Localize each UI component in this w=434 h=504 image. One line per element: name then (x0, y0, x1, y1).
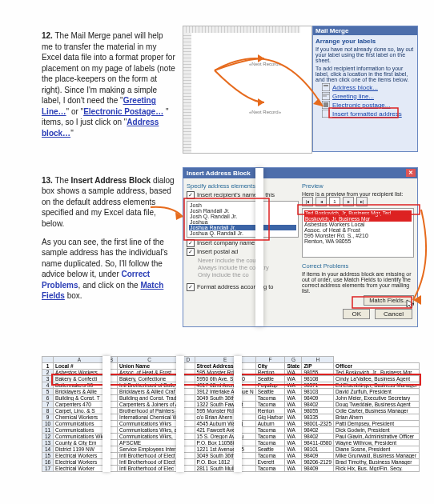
opt-never: Never include the count (198, 257, 299, 264)
table-row: 9Chemical WorkersInternational Chemical … (42, 414, 420, 421)
chk-format-address[interactable]: ✓Format address according to (187, 283, 299, 291)
cell: Tacoma (255, 402, 285, 408)
row-number: 7 (42, 402, 54, 408)
cell (181, 453, 195, 459)
cell: John Meier, Executive Secretary (334, 395, 420, 402)
link-electronic-postage: Electronic Postage… (83, 107, 163, 116)
cell: Tacoma (255, 427, 285, 434)
nav-first-button[interactable]: |◂ (302, 197, 313, 206)
cell: WA (285, 459, 302, 466)
row-number: 17 (42, 466, 54, 472)
table-row: 17Electrical WorkerIntl Brotherhood of E… (42, 466, 420, 472)
cell: 595 Monster Rd. S (195, 408, 255, 414)
cell (181, 395, 195, 402)
nav-next-button[interactable]: ▸ (343, 197, 354, 206)
cell: 15 S. Oregon Avenu (195, 434, 255, 440)
row-number: 13 (42, 440, 54, 446)
cell (181, 363, 195, 370)
cell: 98206-2129 (302, 459, 334, 466)
excel-sheet: ABCDEFGH 1Local #Union NameStreet Addres… (42, 356, 420, 472)
cell: Assoc. of Heat & Frost (118, 370, 182, 376)
cell: 595 Monster Rd. S. (195, 370, 255, 376)
cancel-button[interactable]: Cancel (375, 309, 412, 319)
cell: Cindy La'Vallee, Business Agent (334, 376, 420, 382)
link-panel-greeting-line[interactable]: Greeting line... (322, 92, 415, 100)
cell (181, 402, 195, 408)
cell: State (285, 363, 302, 370)
cell (105, 408, 117, 414)
cell: Ed Eisenbürger, Business Manager (334, 382, 420, 389)
svg-rect-1 (323, 85, 328, 86)
sec12-paragraph: 12. The Mail Merge panel will help me to… (42, 30, 176, 138)
link-panel-address-block[interactable]: Address block... (322, 83, 415, 91)
cell (181, 446, 195, 453)
name-format-listbox[interactable]: Josh Josh Randall Jr. Josh Q. Randall Jr… (187, 201, 299, 238)
cell (105, 363, 117, 370)
cell: Everett (255, 459, 285, 466)
row-number: 4 (42, 382, 54, 389)
cell: Bakery, Confectione (118, 376, 182, 382)
cell: Diane Sosne, President (334, 446, 420, 453)
link-panel-insert-formatted[interactable]: Insert formatted address (322, 110, 415, 118)
cell (105, 382, 117, 389)
nav-prev-button[interactable]: ◂ (315, 197, 327, 206)
opt-only: Only include the co (198, 271, 299, 278)
chk-company-name[interactable]: ✓Insert company name (187, 239, 299, 247)
row-number: 10 (42, 421, 54, 427)
chk-recipient-name[interactable]: ✓Insert recipient's name in this (187, 191, 299, 199)
table-row: 11CommunicationsCommunications Wkrs, a42… (42, 427, 420, 434)
close-icon[interactable]: ✕ (406, 169, 416, 177)
chk-postal-address[interactable]: ✓Insert postal ad (187, 248, 299, 256)
cell: 98409 (302, 453, 334, 459)
row-number: 9 (42, 414, 54, 421)
cell (181, 440, 195, 446)
cell: WA (285, 427, 302, 434)
cell: WA (285, 395, 302, 402)
table-row: 3Bakery & ConfectiBakery, Confectione595… (42, 376, 420, 382)
cell: AFSCME (118, 440, 182, 446)
cell: WA (285, 446, 302, 453)
cell (105, 402, 117, 408)
cell: Renton (255, 408, 285, 414)
cell: Communications Wkrs, (118, 434, 182, 440)
specify-header: Specify address elements (187, 182, 299, 190)
cell: P.O. Box 1812 (195, 459, 255, 466)
col-header: C (118, 357, 182, 363)
cell: 98055 (302, 370, 334, 376)
nav-last-button[interactable]: ▸| (356, 197, 368, 206)
cell: 98055 (302, 408, 334, 414)
cell: WA (285, 440, 302, 446)
cell: Building & Const. T (54, 395, 106, 402)
placeholder-2: «Next Record» (249, 110, 281, 114)
cell: 1322 South Fawcett (195, 402, 255, 408)
cell: 98108 (302, 376, 334, 382)
link-panel-electronic-postage[interactable]: Electronic postage... (322, 101, 415, 109)
cell: Building and Const. Trad (118, 395, 182, 402)
cell (181, 370, 195, 376)
col-header (42, 357, 54, 363)
cell: Doug Tweddale, Business Agent (334, 402, 420, 408)
col-header: E (195, 357, 255, 363)
cell: Bricklayers & Allied Craf (118, 389, 182, 395)
ok-button[interactable]: OK (343, 309, 370, 319)
word-document-area: «Next Record» «Next Record» (183, 26, 312, 154)
row-number: 6 (42, 395, 54, 402)
correct-problems-header: Correct Problems (302, 262, 414, 270)
col-header: G (285, 357, 302, 363)
cell: Odie Carter, Business Manager (334, 408, 420, 414)
svg-rect-4 (323, 102, 328, 107)
sec13-number: 13. (42, 176, 53, 185)
cell: 1221 1st Avenue, #5 (195, 446, 255, 453)
cell: Brian Ahern (334, 414, 420, 421)
preview-nav: |◂ ◂ 1 ▸ ▸| (302, 197, 414, 206)
col-header: D (181, 357, 195, 363)
section-12: 12. The Mail Merge panel will help me to… (42, 22, 420, 146)
preview-label: Here is a preview from your recipient li… (302, 191, 414, 197)
cell (181, 421, 195, 427)
spreadsheet-table: ABCDEFGH 1Local #Union NameStreet Addres… (42, 356, 420, 472)
cell: WA (285, 382, 302, 389)
cell (105, 434, 117, 440)
cell (105, 453, 117, 459)
cell: County & City Em (54, 440, 106, 446)
cell: Bricklayers & Allie (54, 389, 106, 395)
